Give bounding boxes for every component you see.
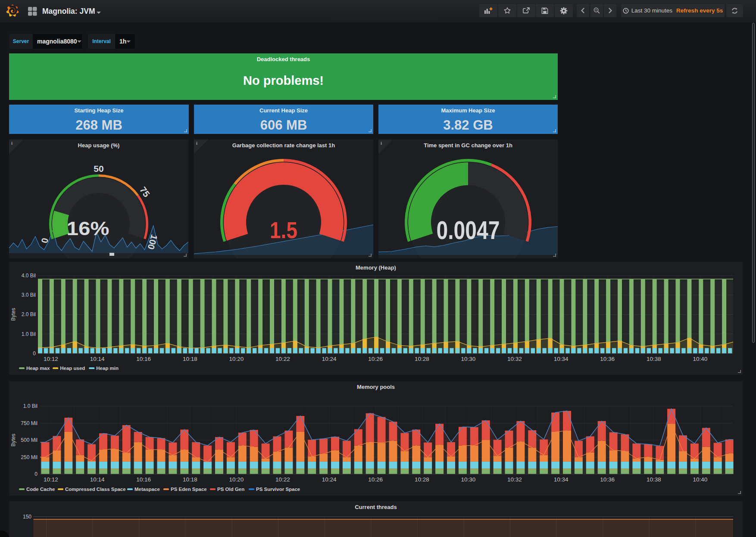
svg-text:3.0 Bil: 3.0 Bil xyxy=(22,292,36,298)
svg-text:10:36: 10:36 xyxy=(600,356,615,362)
svg-text:10:12: 10:12 xyxy=(44,476,58,483)
svg-text:Bytes: Bytes xyxy=(10,434,16,447)
svg-text:10:16: 10:16 xyxy=(136,356,151,362)
svg-text:10:22: 10:22 xyxy=(275,476,290,483)
svg-text:10:30: 10:30 xyxy=(461,356,476,362)
svg-text:10:20: 10:20 xyxy=(229,356,244,362)
svg-text:150: 150 xyxy=(23,514,31,520)
svg-text:10:38: 10:38 xyxy=(647,476,661,483)
svg-text:50: 50 xyxy=(94,164,103,174)
svg-text:10:32: 10:32 xyxy=(507,356,522,362)
svg-text:10:38: 10:38 xyxy=(647,356,661,362)
svg-text:10:12: 10:12 xyxy=(44,356,58,362)
svg-text:10:28: 10:28 xyxy=(415,476,429,483)
svg-text:10:20: 10:20 xyxy=(229,476,244,483)
svg-text:10:18: 10:18 xyxy=(183,476,197,483)
svg-text:PS Eden Space: PS Eden Space xyxy=(171,487,207,492)
svg-text:4.0 Bil: 4.0 Bil xyxy=(22,273,36,279)
svg-text:Heap max: Heap max xyxy=(26,366,50,371)
svg-text:0.0047: 0.0047 xyxy=(437,216,500,245)
svg-text:Bytes: Bytes xyxy=(10,308,16,321)
svg-text:10:32: 10:32 xyxy=(507,476,522,483)
svg-text:10:24: 10:24 xyxy=(322,356,337,362)
svg-text:0: 0 xyxy=(39,237,50,244)
svg-text:Code Cache: Code Cache xyxy=(26,487,55,492)
svg-text:1.0 Bil: 1.0 Bil xyxy=(22,331,36,337)
svg-text:1.5: 1.5 xyxy=(270,217,297,243)
svg-text:Compressed Class Space: Compressed Class Space xyxy=(65,487,126,492)
svg-text:10:40: 10:40 xyxy=(693,356,708,362)
svg-text:1.0 Bil: 1.0 Bil xyxy=(23,403,37,409)
svg-text:2.0 Bil: 2.0 Bil xyxy=(22,311,36,317)
svg-text:0: 0 xyxy=(33,351,36,357)
svg-text:10:36: 10:36 xyxy=(600,476,615,483)
svg-text:Metaspace: Metaspace xyxy=(134,487,160,492)
svg-text:10:34: 10:34 xyxy=(554,356,569,362)
svg-text:10:28: 10:28 xyxy=(415,356,429,362)
svg-text:10:22: 10:22 xyxy=(275,356,290,362)
svg-text:10:40: 10:40 xyxy=(693,476,708,483)
svg-text:Heap used: Heap used xyxy=(60,366,85,371)
svg-text:10:14: 10:14 xyxy=(90,356,105,362)
svg-text:16%: 16% xyxy=(67,218,109,239)
svg-text:Heap min: Heap min xyxy=(96,366,119,371)
svg-text:10:24: 10:24 xyxy=(322,476,337,483)
svg-text:0: 0 xyxy=(34,471,37,477)
svg-text:PS Survivor Space: PS Survivor Space xyxy=(256,487,300,492)
svg-text:PS Old Gen: PS Old Gen xyxy=(217,487,244,492)
svg-text:750 Mil: 750 Mil xyxy=(21,420,37,426)
svg-text:500 Mil: 500 Mil xyxy=(21,437,37,443)
svg-text:10:34: 10:34 xyxy=(554,476,569,483)
svg-text:10:14: 10:14 xyxy=(90,476,105,483)
svg-text:10:18: 10:18 xyxy=(183,356,197,362)
svg-text:10:30: 10:30 xyxy=(461,476,476,483)
svg-text:10:26: 10:26 xyxy=(368,476,383,483)
svg-text:250 Mil: 250 Mil xyxy=(21,454,37,460)
svg-text:10:16: 10:16 xyxy=(136,476,151,483)
svg-text:10:26: 10:26 xyxy=(368,356,383,362)
